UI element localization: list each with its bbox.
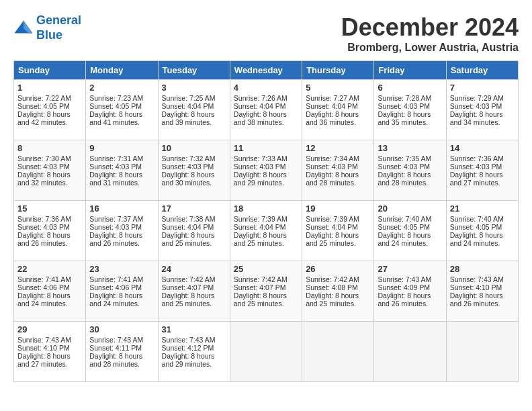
day-number: 3 xyxy=(162,83,226,93)
logo-text: General Blue xyxy=(36,13,81,42)
calendar-cell: 17Sunrise: 7:38 AM Sunset: 4:04 PM Dayli… xyxy=(158,201,230,261)
calendar-cell: 23Sunrise: 7:41 AM Sunset: 4:06 PM Dayli… xyxy=(86,261,158,322)
calendar-cell: 30Sunrise: 7:43 AM Sunset: 4:11 PM Dayli… xyxy=(86,322,158,382)
day-info: Sunrise: 7:40 AM Sunset: 4:05 PM Dayligh… xyxy=(378,215,431,247)
logo: General Blue xyxy=(13,13,81,42)
header-thursday: Thursday xyxy=(302,61,374,80)
calendar-cell: 22Sunrise: 7:41 AM Sunset: 4:06 PM Dayli… xyxy=(14,261,86,322)
day-info: Sunrise: 7:40 AM Sunset: 4:05 PM Dayligh… xyxy=(450,215,504,247)
day-number: 25 xyxy=(234,264,298,274)
day-info: Sunrise: 7:30 AM Sunset: 4:03 PM Dayligh… xyxy=(17,154,71,187)
day-info: Sunrise: 7:38 AM Sunset: 4:04 PM Dayligh… xyxy=(162,215,216,247)
day-number: 24 xyxy=(162,264,226,274)
calendar-cell: 3Sunrise: 7:25 AM Sunset: 4:04 PM Daylig… xyxy=(158,80,230,140)
day-number: 7 xyxy=(450,83,515,93)
day-info: Sunrise: 7:41 AM Sunset: 4:06 PM Dayligh… xyxy=(89,275,143,308)
header-saturday: Saturday xyxy=(446,61,518,80)
day-number: 4 xyxy=(234,83,298,93)
header-wednesday: Wednesday xyxy=(230,61,302,80)
calendar-cell: 8Sunrise: 7:30 AM Sunset: 4:03 PM Daylig… xyxy=(14,140,86,201)
day-number: 6 xyxy=(378,83,442,93)
calendar-cell: 31Sunrise: 7:43 AM Sunset: 4:12 PM Dayli… xyxy=(158,322,230,382)
day-info: Sunrise: 7:43 AM Sunset: 4:11 PM Dayligh… xyxy=(89,336,143,368)
title-block: December 2024 Bromberg, Lower Austria, A… xyxy=(341,13,519,54)
day-number: 28 xyxy=(450,264,515,274)
day-info: Sunrise: 7:23 AM Sunset: 4:05 PM Dayligh… xyxy=(89,94,143,126)
day-info: Sunrise: 7:43 AM Sunset: 4:10 PM Dayligh… xyxy=(17,336,71,368)
day-info: Sunrise: 7:43 AM Sunset: 4:12 PM Dayligh… xyxy=(162,336,216,368)
day-number: 13 xyxy=(378,143,442,153)
day-info: Sunrise: 7:25 AM Sunset: 4:04 PM Dayligh… xyxy=(162,94,216,126)
calendar-table: SundayMondayTuesdayWednesdayThursdayFrid… xyxy=(13,60,519,382)
calendar-cell: 25Sunrise: 7:42 AM Sunset: 4:07 PM Dayli… xyxy=(230,261,302,322)
day-number: 18 xyxy=(234,203,298,214)
calendar-body: 1Sunrise: 7:22 AM Sunset: 4:05 PM Daylig… xyxy=(14,80,519,382)
calendar-week-1: 8Sunrise: 7:30 AM Sunset: 4:03 PM Daylig… xyxy=(14,140,519,201)
calendar-cell xyxy=(230,322,302,382)
calendar-cell: 21Sunrise: 7:40 AM Sunset: 4:05 PM Dayli… xyxy=(446,201,518,261)
day-info: Sunrise: 7:43 AM Sunset: 4:10 PM Dayligh… xyxy=(450,275,504,308)
day-info: Sunrise: 7:42 AM Sunset: 4:07 PM Dayligh… xyxy=(234,275,287,308)
calendar-cell: 15Sunrise: 7:36 AM Sunset: 4:03 PM Dayli… xyxy=(14,201,86,261)
calendar-cell: 26Sunrise: 7:42 AM Sunset: 4:08 PM Dayli… xyxy=(302,261,374,322)
day-info: Sunrise: 7:35 AM Sunset: 4:03 PM Dayligh… xyxy=(378,154,431,187)
calendar-cell xyxy=(374,322,446,382)
calendar-cell: 6Sunrise: 7:28 AM Sunset: 4:03 PM Daylig… xyxy=(374,80,446,140)
day-number: 12 xyxy=(306,143,370,153)
day-info: Sunrise: 7:26 AM Sunset: 4:04 PM Dayligh… xyxy=(234,94,287,126)
day-info: Sunrise: 7:41 AM Sunset: 4:06 PM Dayligh… xyxy=(17,275,71,308)
day-info: Sunrise: 7:37 AM Sunset: 4:03 PM Dayligh… xyxy=(89,215,143,247)
day-info: Sunrise: 7:29 AM Sunset: 4:03 PM Dayligh… xyxy=(450,94,504,126)
day-info: Sunrise: 7:34 AM Sunset: 4:03 PM Dayligh… xyxy=(306,154,359,187)
day-number: 21 xyxy=(450,203,515,214)
day-info: Sunrise: 7:31 AM Sunset: 4:03 PM Dayligh… xyxy=(89,154,143,187)
calendar-cell: 11Sunrise: 7:33 AM Sunset: 4:03 PM Dayli… xyxy=(230,140,302,201)
day-info: Sunrise: 7:28 AM Sunset: 4:03 PM Dayligh… xyxy=(378,94,431,126)
header-monday: Monday xyxy=(86,61,158,80)
day-info: Sunrise: 7:33 AM Sunset: 4:03 PM Dayligh… xyxy=(234,154,287,187)
calendar-header-row: SundayMondayTuesdayWednesdayThursdayFrid… xyxy=(14,61,519,80)
day-info: Sunrise: 7:43 AM Sunset: 4:09 PM Dayligh… xyxy=(378,275,431,308)
calendar-cell: 28Sunrise: 7:43 AM Sunset: 4:10 PM Dayli… xyxy=(446,261,518,322)
calendar-cell: 7Sunrise: 7:29 AM Sunset: 4:03 PM Daylig… xyxy=(446,80,518,140)
calendar-cell: 16Sunrise: 7:37 AM Sunset: 4:03 PM Dayli… xyxy=(86,201,158,261)
day-info: Sunrise: 7:32 AM Sunset: 4:03 PM Dayligh… xyxy=(162,154,216,187)
day-number: 14 xyxy=(450,143,515,153)
day-number: 8 xyxy=(17,143,82,153)
day-info: Sunrise: 7:39 AM Sunset: 4:04 PM Dayligh… xyxy=(306,215,359,247)
logo-icon xyxy=(13,18,34,38)
day-number: 27 xyxy=(378,264,442,274)
calendar-week-3: 22Sunrise: 7:41 AM Sunset: 4:06 PM Dayli… xyxy=(14,261,519,322)
page-header: General Blue December 2024 Bromberg, Low… xyxy=(13,13,519,54)
day-number: 16 xyxy=(89,203,154,214)
calendar-cell: 20Sunrise: 7:40 AM Sunset: 4:05 PM Dayli… xyxy=(374,201,446,261)
day-number: 1 xyxy=(17,83,82,93)
calendar-cell: 12Sunrise: 7:34 AM Sunset: 4:03 PM Dayli… xyxy=(302,140,374,201)
calendar-cell: 10Sunrise: 7:32 AM Sunset: 4:03 PM Dayli… xyxy=(158,140,230,201)
location-subtitle: Bromberg, Lower Austria, Austria xyxy=(341,42,519,54)
day-info: Sunrise: 7:42 AM Sunset: 4:07 PM Dayligh… xyxy=(162,275,216,308)
day-number: 29 xyxy=(17,324,82,334)
header-sunday: Sunday xyxy=(14,61,86,80)
calendar-cell: 1Sunrise: 7:22 AM Sunset: 4:05 PM Daylig… xyxy=(14,80,86,140)
calendar-week-2: 15Sunrise: 7:36 AM Sunset: 4:03 PM Dayli… xyxy=(14,201,519,261)
calendar-cell: 4Sunrise: 7:26 AM Sunset: 4:04 PM Daylig… xyxy=(230,80,302,140)
calendar-cell: 18Sunrise: 7:39 AM Sunset: 4:04 PM Dayli… xyxy=(230,201,302,261)
day-number: 30 xyxy=(89,324,154,334)
month-title: December 2024 xyxy=(341,13,519,42)
calendar-cell: 5Sunrise: 7:27 AM Sunset: 4:04 PM Daylig… xyxy=(302,80,374,140)
day-number: 10 xyxy=(162,143,226,153)
day-number: 31 xyxy=(162,324,226,334)
calendar-cell xyxy=(446,322,518,382)
header-friday: Friday xyxy=(374,61,446,80)
day-info: Sunrise: 7:36 AM Sunset: 4:03 PM Dayligh… xyxy=(17,215,71,247)
calendar-cell: 2Sunrise: 7:23 AM Sunset: 4:05 PM Daylig… xyxy=(86,80,158,140)
header-tuesday: Tuesday xyxy=(158,61,230,80)
calendar-cell: 19Sunrise: 7:39 AM Sunset: 4:04 PM Dayli… xyxy=(302,201,374,261)
day-number: 11 xyxy=(234,143,298,153)
day-number: 9 xyxy=(89,143,154,153)
day-number: 26 xyxy=(306,264,370,274)
day-number: 23 xyxy=(89,264,154,274)
calendar-week-0: 1Sunrise: 7:22 AM Sunset: 4:05 PM Daylig… xyxy=(14,80,519,140)
day-info: Sunrise: 7:22 AM Sunset: 4:05 PM Dayligh… xyxy=(17,94,71,126)
